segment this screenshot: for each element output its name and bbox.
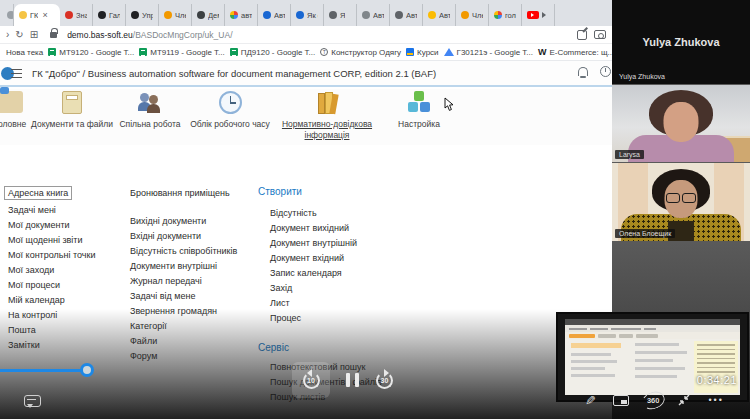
browser-tab[interactable]: Галу bbox=[93, 4, 126, 26]
nav-tasks-from-me[interactable]: Задачі від мене bbox=[130, 291, 195, 301]
w-icon: W bbox=[538, 47, 547, 57]
bookmark-item[interactable]: ПД9120 - Google T... bbox=[230, 48, 316, 57]
pip-mode-icon[interactable] bbox=[613, 395, 629, 406]
annotate-pencil-icon[interactable]: ✎ bbox=[585, 394, 596, 407]
forward-30-button[interactable]: 30 bbox=[375, 371, 394, 390]
player-tools: ✎ 360 ••• bbox=[585, 393, 724, 407]
folder-icon bbox=[62, 91, 82, 114]
nav-transfer-journal[interactable]: Журнал передачі bbox=[130, 276, 202, 286]
browser-tab[interactable]: Дем bbox=[192, 4, 225, 26]
lock-icon bbox=[50, 32, 57, 38]
bookmark-item[interactable]: MT9119 - Google T... bbox=[139, 48, 224, 57]
it-icon bbox=[296, 11, 304, 19]
browser-tab[interactable]: авто bbox=[225, 4, 258, 26]
browser-tab[interactable]: Я bbox=[324, 4, 357, 26]
reload-icon[interactable]: ↻ bbox=[15, 30, 23, 40]
nav-files[interactable]: Файли bbox=[130, 336, 157, 346]
pip-active-tab bbox=[569, 334, 595, 338]
browser-tab[interactable]: Авто bbox=[390, 4, 423, 26]
create-calendar-entry[interactable]: Запис календаря bbox=[270, 268, 342, 278]
browser-tab[interactable]: Авто bbox=[357, 4, 390, 26]
pause-button[interactable] bbox=[346, 373, 359, 387]
bookmark-item[interactable]: MT9120 - Google T... bbox=[48, 48, 134, 57]
bookmark-item[interactable]: Г30121э - Google T... bbox=[444, 48, 533, 57]
bookmark-item[interactable]: TКонструктор Одягу bbox=[320, 48, 401, 57]
bookmark-item[interactable]: Курси bbox=[406, 48, 439, 57]
create-letter[interactable]: Лист bbox=[270, 298, 290, 308]
nav-my-checkpoints[interactable]: Мої контрольні точки bbox=[8, 250, 95, 260]
nav-mail[interactable]: Пошта bbox=[8, 325, 36, 335]
tab-close-icon[interactable]: × bbox=[42, 10, 47, 20]
google-icon bbox=[494, 11, 502, 19]
browser-tab[interactable]: Авто bbox=[423, 4, 456, 26]
create-outgoing-document[interactable]: Документ вихідний bbox=[270, 223, 349, 233]
create-event[interactable]: Захід bbox=[270, 283, 292, 293]
co-icon bbox=[98, 11, 106, 19]
nav-notes[interactable]: Замітки bbox=[8, 340, 40, 350]
browser-tab[interactable]: Упр bbox=[126, 4, 159, 26]
video-progress-bar[interactable] bbox=[0, 369, 84, 372]
participant-tile[interactable]: Larysa bbox=[612, 85, 750, 162]
nav-on-control[interactable]: На контролі bbox=[8, 310, 57, 320]
participant-tile[interactable]: Олена Блоещик bbox=[612, 163, 750, 241]
create-incoming-document[interactable]: Документ вхідний bbox=[270, 253, 344, 263]
nav-my-processes[interactable]: Мої процеси bbox=[8, 280, 60, 290]
it-icon bbox=[263, 11, 271, 19]
more-options-icon[interactable]: ••• bbox=[708, 395, 723, 405]
nav-address-book[interactable]: Адресна книга bbox=[4, 186, 72, 200]
nav-my-events[interactable]: Мої заходи bbox=[8, 265, 54, 275]
create-absence[interactable]: Відсутність bbox=[270, 208, 317, 218]
nav-my-documents[interactable]: Мої документи bbox=[8, 220, 70, 230]
nav-my-calendar[interactable]: Мій календар bbox=[8, 295, 65, 305]
comment-bubble-icon[interactable] bbox=[24, 395, 41, 407]
browser-tab[interactable] bbox=[2, 4, 14, 26]
nav-forum[interactable]: Форум bbox=[130, 351, 157, 361]
nav-outgoing-documents[interactable]: Вихідні документи bbox=[130, 216, 206, 226]
shrink-icon[interactable] bbox=[677, 393, 691, 407]
browser-tab-youtube[interactable] bbox=[522, 4, 555, 26]
browser-tab[interactable]: Чле bbox=[159, 4, 192, 26]
drive-icon bbox=[444, 48, 454, 56]
section-reference-info[interactable]: Нормативно-довідкова інформація bbox=[275, 91, 379, 140]
rewind-10-button[interactable]: 10 bbox=[292, 362, 330, 398]
browser-tab[interactable]: голо bbox=[489, 4, 522, 26]
orange-badge-icon bbox=[164, 11, 172, 19]
section-time-tracking[interactable]: Облік робочого часу bbox=[172, 91, 288, 130]
browser-tab[interactable]: Як о bbox=[291, 4, 324, 26]
orange-badge-icon bbox=[461, 11, 469, 19]
forward-icon[interactable]: › bbox=[6, 30, 9, 40]
participant-tile[interactable]: Yulya Zhukova Yulya Zhukova bbox=[612, 0, 750, 84]
nav-citizen-appeals[interactable]: Звернення громадян bbox=[130, 306, 217, 316]
history-icon[interactable] bbox=[600, 66, 611, 77]
yellow-icon bbox=[428, 11, 436, 19]
camera-icon[interactable] bbox=[594, 30, 606, 39]
nav-incoming-documents[interactable]: Вхідні документи bbox=[130, 231, 201, 241]
bookmark-item[interactable]: Нова тека bbox=[6, 48, 43, 57]
address-bar[interactable]: demo.bas-soft.eu/BASDocMngCorp/uk_UA/ bbox=[67, 30, 232, 40]
arrows-icon bbox=[329, 11, 337, 19]
blocks-icon bbox=[406, 91, 432, 115]
nav-internal-documents[interactable]: Документи внутрішні bbox=[130, 261, 217, 271]
app-header: ГК "Добро" / Business automation softwar… bbox=[0, 61, 612, 87]
browser-tab-active[interactable]: ГК × bbox=[14, 4, 60, 26]
browser-tab[interactable]: Чле bbox=[456, 4, 489, 26]
tab-label: ГК bbox=[30, 11, 38, 20]
send-tab-icon[interactable] bbox=[577, 30, 587, 40]
nav-my-daily-reports[interactable]: Мої щоденні звіти bbox=[8, 235, 82, 245]
video-progress-handle[interactable] bbox=[80, 363, 94, 377]
nav-room-booking[interactable]: Бронювання приміщень bbox=[130, 188, 230, 198]
browser-tab[interactable]: Зна bbox=[60, 4, 93, 26]
apps-grid-icon[interactable]: ⊞ bbox=[30, 30, 38, 40]
nav-employee-absence[interactable]: Відсутність співробітників bbox=[130, 246, 237, 256]
meeting-window: ГК × Зна Галу Упр Чле Дем авто Авто Як о… bbox=[0, 0, 750, 419]
create-internal-document[interactable]: Документ внутрішній bbox=[270, 238, 357, 248]
browser-tab[interactable]: Авто bbox=[258, 4, 291, 26]
bell-icon[interactable] bbox=[578, 67, 588, 76]
bookmark-item[interactable]: WE-Commerce: щ... bbox=[538, 47, 612, 57]
nav-tasks-to-me[interactable]: Задачі мені bbox=[8, 205, 56, 215]
sheets-icon bbox=[139, 48, 147, 56]
hamburger-menu-icon[interactable] bbox=[11, 69, 22, 78]
create-process[interactable]: Процес bbox=[270, 313, 301, 323]
rotate-360-icon[interactable]: 360 bbox=[646, 394, 661, 407]
nav-categories[interactable]: Категорії bbox=[130, 321, 167, 331]
